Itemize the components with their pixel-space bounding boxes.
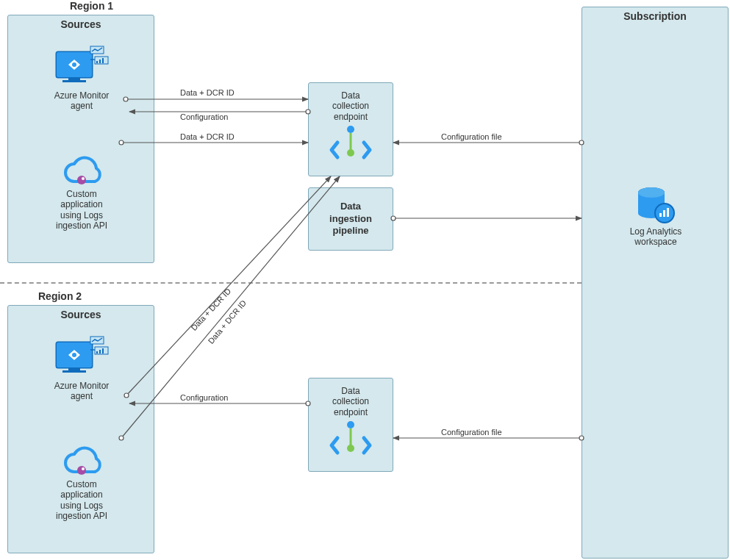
svg-point-10: [72, 62, 76, 67]
edge-config-file-r2: Configuration file: [441, 428, 502, 437]
svg-line-44: [126, 176, 331, 395]
diagram-canvas: Region 1 Region 2 Subscription Log Analy…: [0, 0, 730, 560]
svg-point-1: [638, 187, 665, 198]
monitor-agent-icon: [52, 335, 111, 379]
database-analytics-icon: [635, 184, 676, 225]
svg-rect-9: [62, 80, 86, 82]
svg-rect-4: [663, 210, 665, 217]
endpoint-icon: [329, 417, 373, 462]
log-analytics-label: Log Analytics workspace: [630, 226, 682, 248]
ama-label-r2: Azure Monitor agent: [54, 381, 110, 402]
custom-app-r1: Custom application using Logs ingestion …: [45, 155, 118, 231]
edge-config-file-r1: Configuration file: [441, 132, 502, 141]
svg-rect-3: [659, 213, 662, 217]
custom-label-r1: Custom application using Logs ingestion …: [56, 189, 107, 231]
svg-rect-28: [102, 348, 104, 353]
dce-label-r2: Data collection endpoint: [332, 386, 369, 417]
svg-rect-15: [102, 58, 104, 63]
region-1-label: Region 1: [70, 0, 113, 12]
svg-rect-26: [96, 351, 98, 353]
svg-point-35: [347, 421, 354, 428]
region-separator: [0, 282, 582, 284]
svg-rect-8: [68, 77, 80, 80]
dip-label: Data ingestion pipeline: [329, 201, 372, 238]
endpoint-icon: [329, 122, 373, 166]
edge-config-r1: Configuration: [180, 112, 228, 121]
svg-point-23: [72, 353, 76, 357]
custom-app-r2: Custom application using Logs ingestion …: [45, 445, 118, 522]
log-analytics-workspace: Log Analytics workspace: [619, 184, 693, 248]
subscription-box: Subscription Log Analytics workspace: [582, 7, 729, 559]
svg-rect-21: [68, 367, 80, 370]
svg-rect-22: [62, 370, 86, 373]
svg-rect-13: [96, 61, 98, 63]
monitor-agent-icon: [52, 45, 111, 89]
cloud-api-icon: [61, 155, 102, 187]
sources-box-r2: Sources Azure Monitor agent: [7, 305, 154, 553]
dce-label-r1: Data collection endpoint: [332, 90, 369, 122]
sources-title-r2: Sources: [8, 306, 154, 323]
svg-point-17: [77, 176, 86, 184]
svg-point-18: [82, 177, 85, 180]
svg-point-31: [82, 467, 85, 470]
subscription-title: Subscription: [582, 7, 728, 25]
data-ingestion-pipeline: Data ingestion pipeline: [308, 187, 393, 251]
svg-rect-14: [99, 60, 101, 63]
svg-rect-27: [99, 350, 101, 353]
region-2-label: Region 2: [38, 290, 82, 302]
dce-r1: Data collection endpoint: [308, 82, 393, 176]
svg-point-37: [347, 445, 354, 452]
ama-label-r1: Azure Monitor agent: [54, 90, 110, 112]
edge-config-r2: Configuration: [180, 393, 228, 402]
custom-label-r2: Custom application using Logs ingestion …: [56, 479, 107, 522]
svg-rect-5: [667, 208, 669, 217]
sources-box-r1: Sources Azure Monitor agent: [7, 15, 154, 263]
ama-r1: Azure Monitor agent: [37, 45, 126, 112]
cloud-api-icon: [61, 445, 102, 478]
ama-r2: Azure Monitor agent: [37, 335, 126, 402]
svg-point-32: [347, 126, 354, 133]
dce-r2: Data collection endpoint: [308, 378, 393, 472]
svg-point-30: [77, 466, 86, 475]
edge-data-dcr-r1-ama: Data + DCR ID: [180, 88, 235, 97]
sources-title-r1: Sources: [8, 15, 154, 33]
svg-point-34: [347, 149, 354, 157]
edge-data-dcr-r1-custom: Data + DCR ID: [180, 132, 235, 141]
